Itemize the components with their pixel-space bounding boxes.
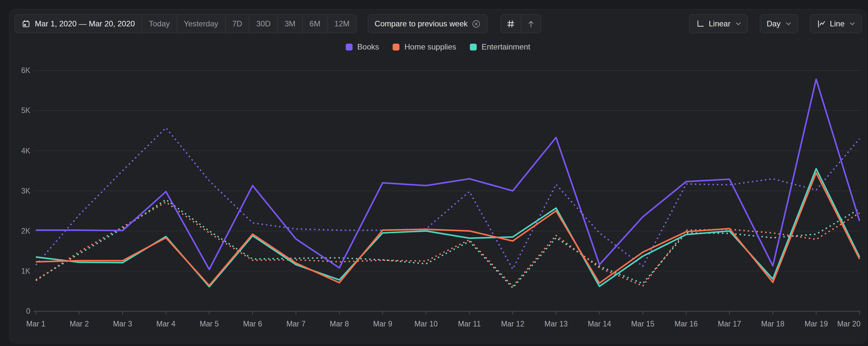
compare-label: Compare to previous week bbox=[375, 19, 468, 28]
arrow-up-icon bbox=[527, 20, 535, 28]
x-tick-label: Mar 3 bbox=[113, 319, 132, 328]
y-tick-label: 4K bbox=[21, 147, 31, 155]
date-range-label: Mar 1, 2020 — Mar 20, 2020 bbox=[35, 19, 135, 28]
view-toggle-group bbox=[500, 14, 541, 33]
chevron-down-icon bbox=[850, 22, 855, 25]
preset-today[interactable]: Today bbox=[142, 15, 177, 33]
y-tick-label: 5K bbox=[21, 106, 31, 115]
x-tick-label: Mar 1 bbox=[26, 319, 45, 328]
legend: Books Home supplies Entertainment bbox=[9, 42, 866, 52]
chart-options: Linear Day Line bbox=[689, 14, 862, 33]
x-tick-label: Mar 6 bbox=[243, 319, 262, 328]
compare-to-previous-week-button[interactable]: Compare to previous week bbox=[368, 14, 488, 33]
series-entertainment[interactable] bbox=[36, 169, 860, 287]
x-tick-label: Mar 8 bbox=[330, 319, 349, 328]
x-tick-label: Mar 11 bbox=[458, 319, 481, 328]
legend-label: Home supplies bbox=[404, 42, 456, 52]
x-tick-label: Mar 18 bbox=[761, 319, 784, 328]
series-home-supplies[interactable] bbox=[36, 173, 860, 285]
x-tick-label: Mar 12 bbox=[501, 319, 525, 328]
y-tick-label: 1K bbox=[21, 267, 31, 275]
axis-icon bbox=[696, 20, 705, 28]
x-tick-label: Mar 14 bbox=[588, 319, 611, 328]
x-tick-label: Mar 5 bbox=[200, 319, 219, 328]
chart-card: Mar 1, 2020 — Mar 20, 2020 Today Yesterd… bbox=[9, 9, 867, 343]
x-tick-label: Mar 19 bbox=[804, 319, 828, 328]
date-range-button[interactable]: Mar 1, 2020 — Mar 20, 2020 bbox=[15, 15, 142, 33]
x-tick-label: Mar 9 bbox=[373, 319, 392, 328]
y-tick-label: 6K bbox=[21, 66, 31, 74]
date-range-control: Mar 1, 2020 — Mar 20, 2020 Today Yesterd… bbox=[15, 14, 357, 33]
legend-item-entertainment[interactable]: Entertainment bbox=[470, 42, 530, 52]
toolbar: Mar 1, 2020 — Mar 20, 2020 Today Yesterd… bbox=[9, 9, 866, 33]
x-tick-label: Mar 2 bbox=[70, 319, 89, 328]
legend-label: Entertainment bbox=[482, 42, 530, 52]
x-tick-label: Mar 20 bbox=[837, 319, 861, 328]
export-button[interactable] bbox=[521, 15, 541, 33]
grid-values-button[interactable] bbox=[501, 15, 521, 33]
scale-dropdown[interactable]: Linear bbox=[689, 14, 748, 33]
x-tick-label: Mar 7 bbox=[286, 319, 306, 328]
line-chart: 01K2K3K4K5K6KMar 1Mar 2Mar 3Mar 4Mar 5Ma… bbox=[9, 61, 866, 341]
chevron-down-icon bbox=[786, 22, 791, 25]
preset-12m[interactable]: 12M bbox=[328, 15, 356, 33]
preset-3m[interactable]: 3M bbox=[278, 15, 302, 33]
hash-icon bbox=[506, 20, 515, 28]
legend-chip bbox=[470, 44, 477, 51]
x-tick-label: Mar 10 bbox=[414, 319, 438, 328]
chart-type-dropdown[interactable]: Line bbox=[810, 14, 862, 33]
interval-label: Day bbox=[767, 19, 781, 28]
preset-7d[interactable]: 7D bbox=[225, 15, 250, 33]
legend-item-home-supplies[interactable]: Home supplies bbox=[393, 42, 456, 52]
x-tick-label: Mar 13 bbox=[545, 319, 568, 328]
x-tick-label: Mar 4 bbox=[156, 319, 176, 328]
chevron-down-icon bbox=[736, 22, 741, 25]
preset-30d[interactable]: 30D bbox=[249, 15, 278, 33]
series-home-supplies-previous-week[interactable] bbox=[36, 202, 860, 286]
legend-chip bbox=[393, 44, 400, 51]
legend-chip bbox=[346, 44, 352, 51]
legend-item-books[interactable]: Books bbox=[346, 42, 379, 52]
close-circle-icon[interactable] bbox=[472, 20, 480, 28]
line-chart-icon bbox=[817, 20, 826, 28]
y-tick-label: 2K bbox=[21, 227, 31, 235]
x-tick-label: Mar 17 bbox=[718, 319, 741, 328]
chart-svg: 01K2K3K4K5K6KMar 1Mar 2Mar 3Mar 4Mar 5Ma… bbox=[9, 61, 866, 341]
series-entertainment-previous-week[interactable] bbox=[36, 200, 860, 288]
scale-label: Linear bbox=[709, 19, 731, 28]
interval-dropdown[interactable]: Day bbox=[760, 14, 798, 33]
preset-yesterday[interactable]: Yesterday bbox=[177, 15, 225, 33]
chart-type-label: Line bbox=[830, 19, 844, 28]
preset-6m[interactable]: 6M bbox=[303, 15, 328, 33]
x-tick-label: Mar 15 bbox=[631, 319, 655, 328]
y-tick-label: 3K bbox=[21, 187, 31, 195]
calendar-icon bbox=[22, 20, 30, 28]
x-tick-label: Mar 16 bbox=[675, 319, 698, 328]
legend-label: Books bbox=[358, 42, 379, 52]
y-tick-label: 0 bbox=[26, 307, 30, 315]
